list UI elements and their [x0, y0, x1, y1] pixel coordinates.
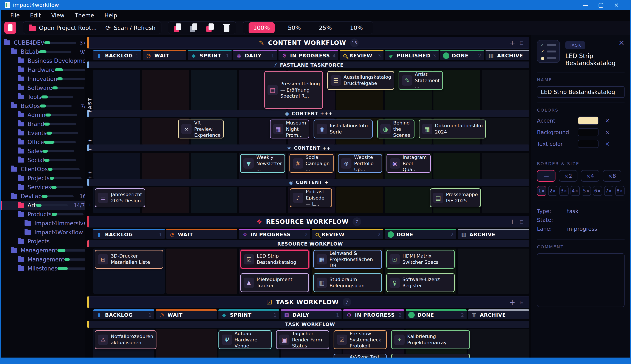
- zoom-level-button[interactable]: 25%: [314, 22, 337, 33]
- open-project-button[interactable]: Open Project Root...: [29, 24, 97, 31]
- project-tree-sidebar[interactable]: CUBE4DEV 37/190 BizLab 9/39: [1, 35, 85, 358]
- close-button[interactable]: ×: [609, 0, 624, 10]
- kanban-card[interactable]: ▦ Museum Night Prom...: [270, 120, 309, 138]
- column-header[interactable]: ▦ DAILY 1: [281, 310, 342, 319]
- kanban-card[interactable]: ▦ Leinwand & Projektionsflächen DB: [313, 250, 382, 269]
- border-option-button[interactable]: ×8: [603, 170, 621, 182]
- sidebar-item[interactable]: CUBE4DEV 37/190: [1, 38, 85, 47]
- column-header[interactable]: ▥ ARCHIVE: [458, 229, 529, 239]
- duplicate-icon[interactable]: [206, 24, 214, 32]
- sidebar-item[interactable]: Office 2/6: [1, 138, 85, 147]
- kanban-card[interactable]: ♟ Mietequipment Tracker: [240, 273, 309, 292]
- sidebar-item[interactable]: Business Development 2/7: [1, 56, 85, 65]
- kanban-card[interactable]: ◉ Instagram Reel — Qua...: [387, 154, 431, 173]
- sidebar-item[interactable]: Events 1/6: [1, 128, 85, 138]
- kanban-card[interactable]: ♀ Software-Lizenz Register: [386, 273, 455, 292]
- name-input[interactable]: [537, 86, 624, 98]
- column-header[interactable]: ◔ WAIT: [156, 310, 216, 319]
- kanban-card[interactable]: ☑ Pre-show Systemcheck Protokoll: [334, 330, 387, 349]
- clear-color-button[interactable]: ×: [605, 140, 610, 147]
- size-option-button[interactable]: 6×: [593, 186, 602, 196]
- border-option-button[interactable]: ×4: [581, 170, 599, 182]
- kanban-card[interactable]: ∿ AV-Sync Test — Spectral Resonance: [334, 354, 387, 358]
- kanban-card[interactable]: ◉ Installationsfoto-Serie: [313, 120, 373, 138]
- column-header[interactable]: ▥ ARCHIVE: [468, 310, 529, 319]
- column-header[interactable]: ⚙ IN PROGRESS 4: [278, 50, 338, 60]
- size-option-button[interactable]: 3×: [559, 186, 569, 196]
- color-swatch[interactable]: [578, 116, 598, 125]
- size-option-button[interactable]: 7×: [604, 186, 613, 196]
- color-swatch[interactable]: [578, 140, 598, 148]
- column-header[interactable]: ⚙ IN PROGRESS 2: [239, 229, 310, 239]
- column-header[interactable]: REVIEW 2: [312, 229, 383, 239]
- lane-header[interactable]: ★ CONTENT ++: [87, 144, 529, 151]
- add-card-button[interactable]: +: [509, 38, 515, 47]
- column-header[interactable]: ◆ SPRINT 1: [188, 50, 232, 60]
- border-option-button[interactable]: —: [537, 170, 555, 182]
- sidebar-item[interactable]: Management 3/12: [1, 246, 85, 255]
- add-card-button[interactable]: +: [509, 298, 515, 306]
- kanban-card[interactable]: ◑ Behind the Scenes — U...: [377, 120, 415, 138]
- size-option-button[interactable]: 4×: [570, 186, 580, 196]
- clear-color-button[interactable]: ×: [605, 118, 610, 124]
- kanban-card[interactable]: ☑ LED Strip Bestandskatalog: [240, 250, 309, 269]
- sidebar-item[interactable]: Social 1/6: [1, 156, 85, 165]
- kanban-card[interactable]: ☰ Jahresbericht 2025 Design: [95, 188, 145, 207]
- column-header[interactable]: ✓ DONE 2: [385, 229, 456, 239]
- sidebar-item[interactable]: DevLab 16/88: [1, 192, 85, 201]
- menu-item[interactable]: Edit: [25, 12, 46, 20]
- color-swatch[interactable]: [578, 128, 598, 136]
- lane-header[interactable]: TASK WORKFLOW: [87, 321, 529, 328]
- kanban-card[interactable]: ⊡ HDMI Matrix Switcher Specs: [386, 250, 455, 269]
- kanban-card[interactable]: ▤ Pressemitteilung — Eröffnung Spectral …: [264, 71, 323, 109]
- sidebar-item[interactable]: Art 14/76: [1, 201, 85, 210]
- column-header[interactable]: ◔ WAIT: [166, 229, 238, 239]
- maximize-button[interactable]: ▢: [593, 0, 609, 10]
- column-header[interactable]: ✓ DONE 2: [406, 310, 466, 319]
- collapse-workflow-button[interactable]: ⊟: [520, 219, 524, 224]
- column-header[interactable]: ▮ BACKLOG 1: [93, 229, 165, 239]
- kanban-card[interactable]: ▣ Täglicher Render Farm Status: [276, 330, 329, 349]
- kanban-card[interactable]: ⊞ 3D-Drucker Materialien Liste: [95, 250, 163, 269]
- column-header[interactable]: REVIEW 3: [340, 50, 383, 60]
- sidebar-item[interactable]: Milestones 2/6: [1, 264, 85, 273]
- size-option-button[interactable]: 1×: [537, 186, 546, 196]
- kanban-card[interactable]: ▼ Weekly Newsletter ...: [240, 154, 285, 173]
- menu-item[interactable]: Help: [99, 12, 122, 20]
- sidebar-item[interactable]: BizOps 7/36: [1, 102, 85, 110]
- sidebar-item[interactable]: Innovation 1/6: [1, 74, 85, 84]
- kanban-card[interactable]: ⊟ Ausstellungsarchivierung 2024: [391, 354, 470, 358]
- size-option-button[interactable]: 8×: [615, 186, 624, 196]
- scan-refresh-button[interactable]: ⟳ Scan / Refresh: [105, 24, 156, 32]
- column-header[interactable]: ▮ BACKLOG 1: [93, 310, 154, 319]
- kanban-card[interactable]: ⊕ Website Portfolio Up...: [338, 154, 382, 173]
- kanban-card[interactable]: ♪ Podcast Episode — L...: [290, 188, 332, 207]
- kanban-card[interactable]: ☰ Ausstellungskatalog Druckfreigabe: [327, 71, 394, 90]
- sidebar-item[interactable]: Projects 1/7: [1, 174, 85, 183]
- sidebar-item[interactable]: Admin 1/6: [1, 110, 85, 120]
- zoom-level-button[interactable]: 50%: [283, 22, 305, 33]
- size-option-button[interactable]: 2×: [548, 186, 557, 196]
- copy-icon[interactable]: [174, 24, 181, 32]
- size-option-button[interactable]: 5×: [582, 186, 591, 196]
- sidebar-item[interactable]: Management 1/6: [1, 255, 85, 264]
- lane-header[interactable]: RESOURCE WORKFLOW: [87, 240, 529, 247]
- sidebar-item[interactable]: BizLab 9/39: [1, 47, 85, 56]
- comment-input[interactable]: [537, 253, 624, 307]
- sidebar-item[interactable]: Tools 1/5: [1, 92, 85, 102]
- sidebar-item[interactable]: Services 1/6: [1, 183, 85, 192]
- lane-header[interactable]: ◉ CONTENT +++: [87, 110, 529, 117]
- menu-item[interactable]: Theme: [70, 12, 99, 20]
- sidebar-item[interactable]: Projects: [1, 237, 85, 246]
- sidebar-item[interactable]: Software 1/6: [1, 84, 85, 92]
- menu-item[interactable]: View: [46, 12, 70, 20]
- sidebar-item[interactable]: Products 2/12: [1, 210, 85, 219]
- column-header[interactable]: ▦ DAILY 1: [233, 50, 277, 60]
- sidebar-item[interactable]: Brand 1/6: [1, 120, 85, 128]
- kanban-card[interactable]: Ψ Aufbau Hardware — Venue Tempodrom: [218, 330, 272, 349]
- sidebar-item[interactable]: ClientOps 2/13: [1, 165, 85, 174]
- sidebar-item[interactable]: Impact4Immersive 2/12: [1, 219, 85, 228]
- paste-icon[interactable]: [190, 24, 198, 32]
- clear-color-button[interactable]: ×: [605, 129, 610, 136]
- sidebar-item[interactable]: Hardware 4/15: [1, 65, 85, 74]
